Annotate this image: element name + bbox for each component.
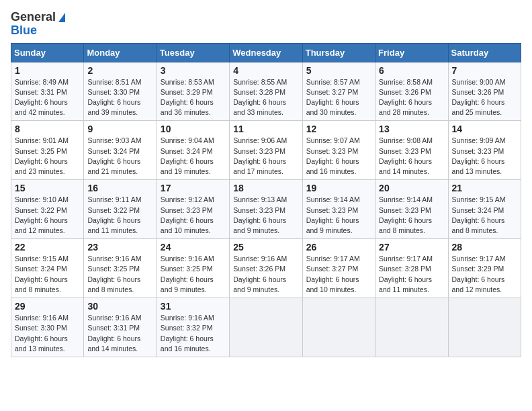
day-number: 19 — [306, 183, 371, 193]
day-info: Sunrise: 9:10 AMSunset: 3:22 PMDaylight:… — [15, 195, 80, 236]
day-cell — [302, 298, 375, 357]
day-info: Sunrise: 9:14 AMSunset: 3:23 PMDaylight:… — [306, 195, 371, 236]
day-number: 1 — [15, 65, 80, 76]
day-number: 4 — [233, 65, 298, 76]
day-info: Sunrise: 9:13 AMSunset: 3:23 PMDaylight:… — [233, 195, 298, 236]
logo: General Blue — [11, 11, 65, 38]
header-row: SundayMondayTuesdayWednesdayThursdayFrid… — [11, 43, 521, 62]
day-number: 20 — [379, 183, 444, 193]
day-info: Sunrise: 9:16 AMSunset: 3:32 PMDaylight:… — [161, 313, 226, 354]
day-info: Sunrise: 9:16 AMSunset: 3:31 PMDaylight:… — [87, 313, 152, 354]
day-number: 27 — [379, 242, 444, 253]
day-info: Sunrise: 9:00 AMSunset: 3:26 PMDaylight:… — [452, 77, 517, 118]
day-info: Sunrise: 9:09 AMSunset: 3:23 PMDaylight:… — [452, 136, 517, 177]
day-cell — [375, 298, 448, 357]
day-cell: 11Sunrise: 9:06 AMSunset: 3:23 PMDayligh… — [230, 121, 302, 180]
day-number: 7 — [452, 65, 517, 76]
day-cell: 10Sunrise: 9:04 AMSunset: 3:24 PMDayligh… — [157, 121, 229, 180]
day-info: Sunrise: 9:17 AMSunset: 3:29 PMDaylight:… — [452, 254, 517, 295]
calendar-body: 1Sunrise: 8:49 AMSunset: 3:31 PMDaylight… — [11, 62, 521, 357]
day-cell: 21Sunrise: 9:15 AMSunset: 3:24 PMDayligh… — [448, 180, 521, 239]
day-info: Sunrise: 9:15 AMSunset: 3:24 PMDaylight:… — [15, 254, 80, 295]
day-number: 31 — [161, 301, 226, 312]
day-info: Sunrise: 9:17 AMSunset: 3:27 PMDaylight:… — [306, 254, 371, 295]
day-number: 6 — [379, 65, 444, 76]
day-info: Sunrise: 9:11 AMSunset: 3:22 PMDaylight:… — [87, 195, 152, 236]
day-cell: 23Sunrise: 9:16 AMSunset: 3:25 PMDayligh… — [84, 239, 157, 298]
day-cell: 15Sunrise: 9:10 AMSunset: 3:22 PMDayligh… — [11, 180, 84, 239]
day-number: 26 — [306, 242, 371, 253]
day-number: 15 — [15, 183, 80, 193]
day-cell: 8Sunrise: 9:01 AMSunset: 3:25 PMDaylight… — [11, 121, 84, 180]
day-info: Sunrise: 9:01 AMSunset: 3:25 PMDaylight:… — [15, 136, 80, 177]
header-cell-sunday: Sunday — [11, 43, 84, 62]
header-cell-tuesday: Tuesday — [157, 43, 229, 62]
day-info: Sunrise: 9:16 AMSunset: 3:25 PMDaylight:… — [161, 254, 226, 295]
day-info: Sunrise: 9:12 AMSunset: 3:23 PMDaylight:… — [161, 195, 226, 236]
day-cell: 31Sunrise: 9:16 AMSunset: 3:32 PMDayligh… — [157, 298, 229, 357]
day-number: 29 — [15, 301, 80, 312]
day-cell: 2Sunrise: 8:51 AMSunset: 3:30 PMDaylight… — [84, 62, 157, 121]
day-number: 18 — [233, 183, 298, 193]
day-cell: 6Sunrise: 8:58 AMSunset: 3:26 PMDaylight… — [375, 62, 448, 121]
day-cell: 22Sunrise: 9:15 AMSunset: 3:24 PMDayligh… — [11, 239, 84, 298]
day-number: 5 — [306, 65, 371, 76]
day-cell: 7Sunrise: 9:00 AMSunset: 3:26 PMDaylight… — [448, 62, 521, 121]
day-cell: 17Sunrise: 9:12 AMSunset: 3:23 PMDayligh… — [157, 180, 229, 239]
day-number: 23 — [87, 242, 152, 253]
header-cell-friday: Friday — [375, 43, 448, 62]
day-info: Sunrise: 9:03 AMSunset: 3:24 PMDaylight:… — [87, 136, 152, 177]
day-cell: 20Sunrise: 9:14 AMSunset: 3:23 PMDayligh… — [375, 180, 448, 239]
logo-general: General — [11, 11, 65, 24]
day-info: Sunrise: 9:04 AMSunset: 3:24 PMDaylight:… — [161, 136, 226, 177]
day-cell: 16Sunrise: 9:11 AMSunset: 3:22 PMDayligh… — [84, 180, 157, 239]
day-info: Sunrise: 9:07 AMSunset: 3:23 PMDaylight:… — [306, 136, 371, 177]
day-cell — [448, 298, 521, 357]
day-number: 30 — [87, 301, 152, 312]
day-number: 11 — [233, 124, 298, 134]
logo-icon — [58, 13, 65, 22]
day-cell: 26Sunrise: 9:17 AMSunset: 3:27 PMDayligh… — [302, 239, 375, 298]
logo-blue: Blue — [11, 24, 65, 38]
week-row-5: 29Sunrise: 9:16 AMSunset: 3:30 PMDayligh… — [11, 298, 521, 357]
header: General Blue — [11, 11, 521, 38]
day-cell: 19Sunrise: 9:14 AMSunset: 3:23 PMDayligh… — [302, 180, 375, 239]
day-cell: 5Sunrise: 8:57 AMSunset: 3:27 PMDaylight… — [302, 62, 375, 121]
day-cell: 13Sunrise: 9:08 AMSunset: 3:23 PMDayligh… — [375, 121, 448, 180]
day-cell: 1Sunrise: 8:49 AMSunset: 3:31 PMDaylight… — [11, 62, 84, 121]
day-info: Sunrise: 9:17 AMSunset: 3:28 PMDaylight:… — [379, 254, 444, 295]
day-info: Sunrise: 9:14 AMSunset: 3:23 PMDaylight:… — [379, 195, 444, 236]
day-info: Sunrise: 9:08 AMSunset: 3:23 PMDaylight:… — [379, 136, 444, 177]
day-cell: 14Sunrise: 9:09 AMSunset: 3:23 PMDayligh… — [448, 121, 521, 180]
day-cell — [230, 298, 302, 357]
header-cell-thursday: Thursday — [302, 43, 375, 62]
header-cell-saturday: Saturday — [448, 43, 521, 62]
day-info: Sunrise: 8:57 AMSunset: 3:27 PMDaylight:… — [306, 77, 371, 118]
day-cell: 30Sunrise: 9:16 AMSunset: 3:31 PMDayligh… — [84, 298, 157, 357]
day-cell: 3Sunrise: 8:53 AMSunset: 3:29 PMDaylight… — [157, 62, 229, 121]
day-cell: 4Sunrise: 8:55 AMSunset: 3:28 PMDaylight… — [230, 62, 302, 121]
day-info: Sunrise: 8:53 AMSunset: 3:29 PMDaylight:… — [161, 77, 226, 118]
day-number: 12 — [306, 124, 371, 134]
day-number: 10 — [161, 124, 226, 134]
day-number: 28 — [452, 242, 517, 253]
day-cell: 24Sunrise: 9:16 AMSunset: 3:25 PMDayligh… — [157, 239, 229, 298]
calendar-header: SundayMondayTuesdayWednesdayThursdayFrid… — [11, 43, 521, 62]
day-info: Sunrise: 9:15 AMSunset: 3:24 PMDaylight:… — [452, 195, 517, 236]
day-cell: 29Sunrise: 9:16 AMSunset: 3:30 PMDayligh… — [11, 298, 84, 357]
day-number: 14 — [452, 124, 517, 134]
day-cell: 12Sunrise: 9:07 AMSunset: 3:23 PMDayligh… — [302, 121, 375, 180]
day-number: 17 — [161, 183, 226, 193]
day-number: 21 — [452, 183, 517, 193]
day-number: 25 — [233, 242, 298, 253]
day-info: Sunrise: 9:06 AMSunset: 3:23 PMDaylight:… — [233, 136, 298, 177]
day-info: Sunrise: 9:16 AMSunset: 3:26 PMDaylight:… — [233, 254, 298, 295]
header-cell-monday: Monday — [84, 43, 157, 62]
day-info: Sunrise: 8:49 AMSunset: 3:31 PMDaylight:… — [15, 77, 80, 118]
header-cell-wednesday: Wednesday — [230, 43, 302, 62]
week-row-3: 15Sunrise: 9:10 AMSunset: 3:22 PMDayligh… — [11, 180, 521, 239]
day-number: 24 — [161, 242, 226, 253]
day-info: Sunrise: 8:58 AMSunset: 3:26 PMDaylight:… — [379, 77, 444, 118]
day-number: 8 — [15, 124, 80, 134]
week-row-1: 1Sunrise: 8:49 AMSunset: 3:31 PMDaylight… — [11, 62, 521, 121]
